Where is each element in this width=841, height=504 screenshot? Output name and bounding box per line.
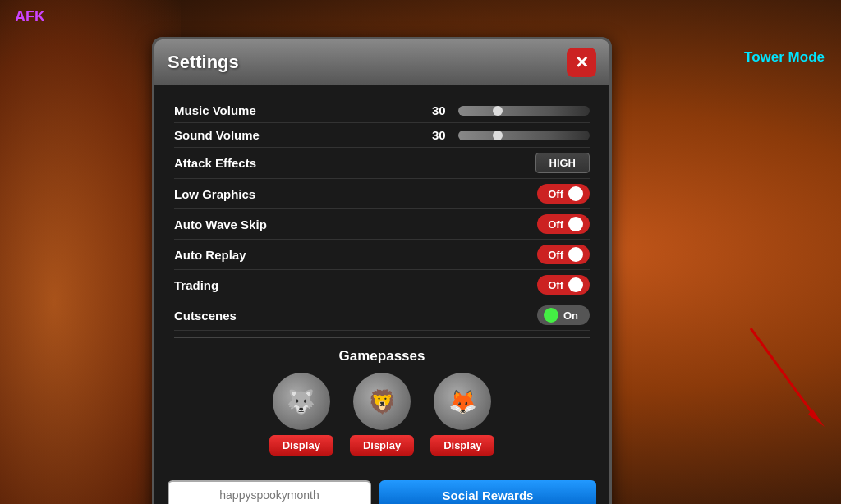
attack-effects-row: Attack Effects HIGH bbox=[174, 148, 590, 179]
gamepass-icon-3: 🦊 bbox=[434, 373, 491, 430]
cutscenes-circle bbox=[544, 308, 558, 323]
music-volume-value: 30 bbox=[432, 103, 452, 117]
social-rewards-button[interactable]: Social Rewards bbox=[379, 480, 596, 504]
gamepass-item-1: 🐺 Display bbox=[269, 373, 333, 456]
settings-body: Music Volume 30 Sound Volume 30 Attack E… bbox=[154, 85, 609, 472]
auto-replay-toggle[interactable]: Off bbox=[537, 245, 590, 264]
sound-volume-slider[interactable] bbox=[458, 131, 590, 140]
cutscenes-row: Cutscenes On bbox=[174, 300, 590, 331]
low-graphics-toggle[interactable]: Off bbox=[537, 184, 590, 204]
gamepass-icon-1: 🐺 bbox=[273, 373, 330, 430]
gamepass-item-2: 🦁 Display bbox=[350, 373, 414, 456]
auto-replay-value: Off bbox=[548, 249, 563, 261]
low-graphics-control: Off bbox=[537, 184, 590, 204]
auto-wave-skip-row: Auto Wave Skip Off bbox=[174, 209, 590, 240]
cutscenes-value: On bbox=[563, 309, 578, 322]
trading-label: Trading bbox=[174, 278, 218, 292]
gamepasses-title: Gamepasses bbox=[174, 348, 590, 364]
settings-footer: Social Rewards bbox=[154, 472, 609, 504]
settings-title: Settings bbox=[168, 52, 239, 73]
sound-volume-control: 30 bbox=[432, 128, 590, 142]
trading-control: Off bbox=[537, 275, 590, 295]
tower-mode-label: Tower Mode bbox=[744, 49, 825, 66]
auto-wave-skip-toggle[interactable]: Off bbox=[537, 214, 590, 234]
settings-header: Settings ✕ bbox=[154, 39, 609, 85]
auto-wave-skip-control: Off bbox=[537, 214, 590, 234]
music-slider-thumb bbox=[493, 106, 503, 116]
section-divider bbox=[174, 337, 590, 338]
auto-replay-label: Auto Replay bbox=[174, 248, 246, 262]
sound-volume-row: Sound Volume 30 bbox=[174, 123, 590, 148]
settings-window: Settings ✕ Music Volume 30 Sound Volume … bbox=[152, 37, 612, 504]
trading-value: Off bbox=[548, 279, 563, 291]
music-volume-slider[interactable] bbox=[458, 106, 590, 116]
gamepass-item-3: 🦊 Display bbox=[430, 373, 494, 456]
cutscenes-control: On bbox=[537, 305, 590, 325]
auto-wave-skip-label: Auto Wave Skip bbox=[174, 218, 267, 231]
attack-effects-control: HIGH bbox=[535, 153, 591, 173]
auto-replay-row: Auto Replay Off bbox=[174, 240, 590, 270]
attack-effects-label: Attack Effects bbox=[174, 156, 256, 170]
auto-replay-control: Off bbox=[537, 245, 590, 264]
music-volume-row: Music Volume 30 bbox=[174, 99, 590, 123]
code-input[interactable] bbox=[168, 480, 371, 504]
trading-row: Trading Off bbox=[174, 270, 590, 300]
cutscenes-toggle[interactable]: On bbox=[537, 305, 590, 325]
display-button-1[interactable]: Display bbox=[269, 435, 333, 456]
sound-volume-label: Sound Volume bbox=[174, 128, 260, 142]
auto-wave-skip-circle bbox=[568, 217, 583, 231]
attack-effects-button[interactable]: HIGH bbox=[535, 153, 591, 173]
music-volume-control: 30 bbox=[432, 103, 590, 117]
afk-label: AFK bbox=[15, 8, 45, 25]
close-button[interactable]: ✕ bbox=[567, 48, 596, 77]
low-graphics-label: Low Graphics bbox=[174, 187, 255, 201]
auto-replay-circle bbox=[568, 247, 583, 262]
music-volume-label: Music Volume bbox=[174, 103, 256, 117]
gamepass-icon-2: 🦁 bbox=[353, 373, 411, 430]
display-button-2[interactable]: Display bbox=[350, 435, 414, 456]
gamepass-items: 🐺 Display 🦁 Display 🦊 Display bbox=[174, 373, 590, 456]
sound-slider-thumb bbox=[493, 131, 503, 140]
cutscenes-label: Cutscenes bbox=[174, 309, 237, 323]
low-graphics-value: Off bbox=[548, 188, 563, 200]
trading-toggle[interactable]: Off bbox=[537, 275, 590, 295]
auto-wave-skip-value: Off bbox=[548, 218, 563, 231]
low-graphics-circle bbox=[568, 186, 583, 201]
low-graphics-row: Low Graphics Off bbox=[174, 179, 590, 209]
display-button-3[interactable]: Display bbox=[430, 435, 494, 456]
sound-volume-value: 30 bbox=[432, 128, 452, 142]
gamepasses-section: Gamepasses 🐺 Display 🦁 Display 🦊 Display bbox=[174, 345, 590, 462]
trading-circle bbox=[568, 277, 583, 292]
